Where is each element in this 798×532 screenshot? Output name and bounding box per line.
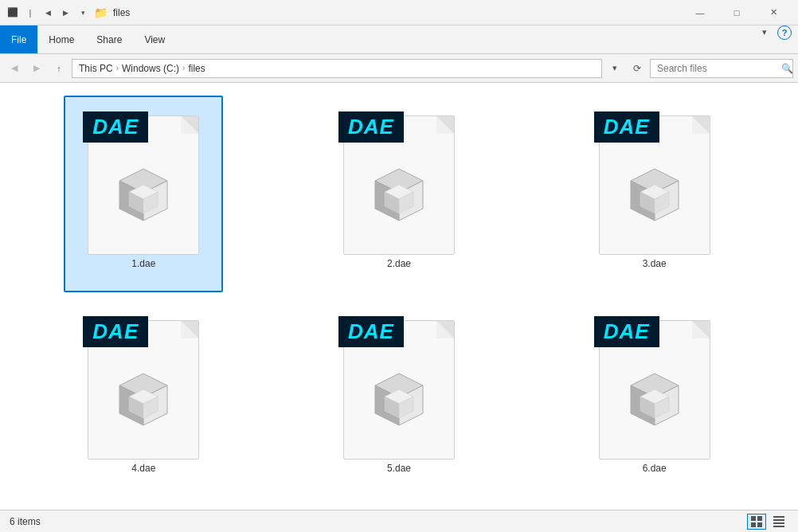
breadcrumb-sep2: › — [182, 64, 185, 72]
tab-share[interactable]: Share — [85, 25, 133, 53]
back-quick-icon: ◀ — [41, 6, 54, 19]
divider: | — [24, 6, 37, 19]
forward-button[interactable]: ▶ — [27, 59, 46, 78]
view-controls — [747, 514, 788, 530]
cube-icon — [104, 366, 183, 445]
file-icon-wrapper: DAE — [335, 308, 463, 460]
svg-rect-47 — [773, 519, 784, 521]
minimize-button[interactable]: — — [682, 0, 718, 25]
window-title: files — [113, 7, 682, 18]
breadcrumb[interactable]: This PC › Windows (C:) › files — [72, 59, 602, 78]
svg-rect-49 — [773, 526, 784, 527]
search-input[interactable] — [657, 63, 776, 74]
ribbon-collapse-icon[interactable]: ▾ — [758, 25, 771, 38]
back-button[interactable]: ◀ — [5, 59, 24, 78]
cube-icon — [359, 366, 439, 445]
file-name: 6.dae — [643, 463, 667, 474]
maximize-button[interactable]: □ — [718, 0, 755, 25]
file-name: 1.dae — [131, 258, 155, 269]
cube-icon — [359, 161, 439, 241]
addressbar: ◀ ▶ ↑ This PC › Windows (C:) › files ▾ ⟳… — [0, 54, 798, 83]
file-name: 2.dae — [387, 258, 411, 269]
file-item[interactable]: DAE 1.dae — [64, 96, 223, 292]
file-name: 5.dae — [387, 463, 411, 474]
details-view-button[interactable] — [769, 514, 788, 530]
file-name: 4.dae — [131, 463, 155, 474]
item-count: 6 items — [10, 516, 41, 527]
breadcrumb-folder[interactable]: files — [188, 63, 205, 74]
dae-label: DAE — [83, 316, 148, 347]
svg-rect-48 — [773, 522, 784, 524]
file-item[interactable]: DAE 6.dae — [575, 300, 734, 497]
svg-rect-46 — [773, 516, 784, 518]
search-icon: 🔍 — [781, 63, 793, 74]
file-name: 3.dae — [643, 258, 667, 269]
expand-address-button[interactable]: ▾ — [605, 59, 624, 78]
cube-icon — [615, 161, 694, 241]
svg-rect-44 — [751, 522, 756, 527]
breadcrumb-drive[interactable]: Windows (C:) — [122, 63, 179, 74]
breadcrumb-sep1: › — [116, 64, 119, 72]
help-icon[interactable]: ? — [777, 25, 792, 40]
tab-view[interactable]: View — [133, 25, 176, 53]
close-button[interactable]: ✕ — [755, 0, 792, 25]
large-icons-view-button[interactable] — [747, 514, 766, 530]
file-icon-wrapper: DAE — [335, 104, 463, 255]
svg-rect-43 — [757, 516, 762, 521]
quick-access-icon: ⬛ — [6, 6, 19, 19]
dae-label: DAE — [594, 111, 659, 143]
dropdown-quick-icon: ▾ — [76, 6, 89, 19]
file-icon-wrapper: DAE — [80, 104, 207, 255]
up-button[interactable]: ↑ — [49, 59, 68, 78]
content-area: DAE 1.dae DAE — [0, 83, 798, 510]
breadcrumb-thispc[interactable]: This PC — [79, 63, 113, 74]
file-icon-wrapper: DAE — [591, 308, 718, 460]
file-icon-wrapper: DAE — [80, 308, 207, 460]
dae-label: DAE — [594, 316, 659, 347]
search-bar[interactable]: 🔍 — [650, 59, 793, 78]
forward-quick-icon: ▶ — [59, 6, 72, 19]
dae-label: DAE — [338, 111, 404, 143]
tab-file[interactable]: File — [0, 25, 37, 53]
tab-home[interactable]: Home — [37, 25, 85, 53]
svg-rect-42 — [751, 516, 756, 521]
file-item[interactable]: DAE 3.dae — [575, 96, 734, 292]
refresh-button[interactable]: ⟳ — [628, 59, 647, 78]
folder-icon: 📁 — [94, 6, 107, 19]
cube-icon — [104, 161, 183, 241]
file-item[interactable]: DAE 2.dae — [319, 96, 479, 292]
file-icon-wrapper: DAE — [591, 104, 718, 255]
titlebar-icons: ⬛ | ◀ ▶ ▾ 📁 — [6, 6, 107, 19]
ribbon: File Home Share View ▾ ? — [0, 25, 798, 54]
dae-label: DAE — [338, 316, 404, 347]
svg-rect-45 — [757, 522, 762, 527]
file-item[interactable]: DAE 5.dae — [319, 300, 479, 497]
file-grid: DAE 1.dae DAE — [0, 83, 798, 510]
cube-icon — [615, 366, 694, 445]
window-controls: — □ ✕ — [682, 0, 792, 25]
file-item[interactable]: DAE 4.dae — [64, 300, 223, 497]
statusbar: 6 items — [0, 510, 798, 532]
titlebar: ⬛ | ◀ ▶ ▾ 📁 files — □ ✕ — [0, 0, 798, 25]
dae-label: DAE — [83, 111, 148, 143]
